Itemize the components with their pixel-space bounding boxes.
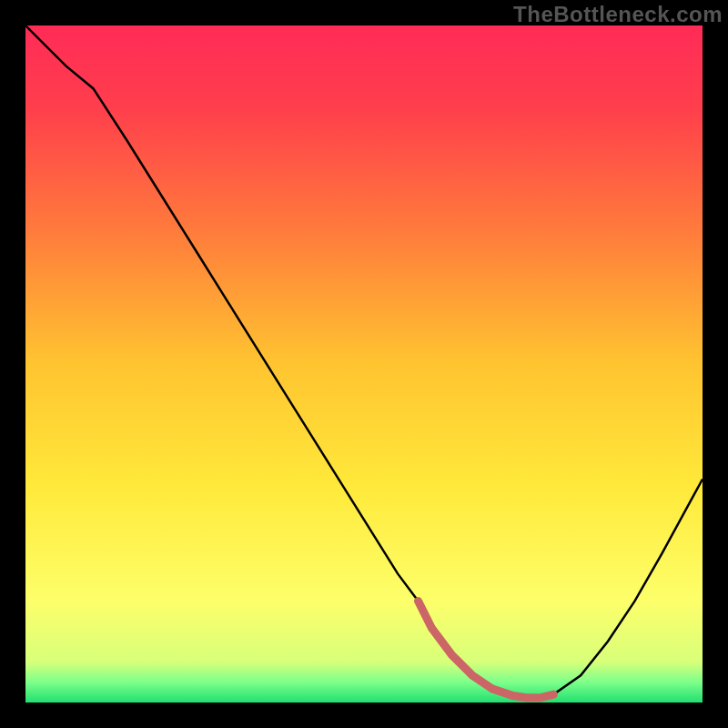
chart-frame: TheBottleneck.com	[0, 0, 728, 728]
bottleneck-chart	[25, 25, 703, 703]
watermark-text: TheBottleneck.com	[513, 2, 723, 27]
plot-area	[25, 25, 703, 703]
gradient-background	[25, 25, 703, 703]
